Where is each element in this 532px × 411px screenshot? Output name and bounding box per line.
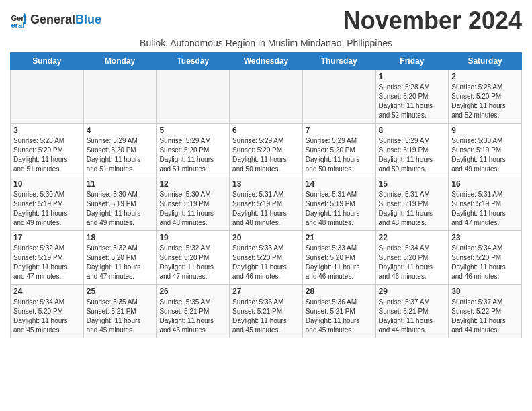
calendar-cell xyxy=(230,70,303,124)
day-info: Sunrise: 5:29 AM Sunset: 5:20 PM Dayligh… xyxy=(159,136,226,174)
day-info: Sunrise: 5:30 AM Sunset: 5:19 PM Dayligh… xyxy=(451,136,519,174)
day-info: Sunrise: 5:34 AM Sunset: 5:20 PM Dayligh… xyxy=(13,298,81,335)
calendar-cell xyxy=(11,70,84,124)
calendar-cell: 15Sunrise: 5:31 AM Sunset: 5:19 PM Dayli… xyxy=(375,177,449,231)
calendar-cell: 9Sunrise: 5:30 AM Sunset: 5:19 PM Daylig… xyxy=(449,124,522,177)
svg-text:eral: eral xyxy=(11,21,24,29)
calendar-cell: 12Sunrise: 5:30 AM Sunset: 5:19 PM Dayli… xyxy=(157,177,230,231)
day-number: 7 xyxy=(306,126,373,135)
calendar-cell xyxy=(302,70,375,124)
day-info: Sunrise: 5:30 AM Sunset: 5:19 PM Dayligh… xyxy=(159,190,226,228)
day-info: Sunrise: 5:35 AM Sunset: 5:21 PM Dayligh… xyxy=(159,298,226,335)
calendar-cell: 29Sunrise: 5:37 AM Sunset: 5:21 PM Dayli… xyxy=(375,285,449,338)
calendar-cell: 7Sunrise: 5:29 AM Sunset: 5:20 PM Daylig… xyxy=(302,124,375,177)
day-of-week-header: Saturday xyxy=(449,53,522,70)
calendar-cell: 16Sunrise: 5:31 AM Sunset: 5:19 PM Dayli… xyxy=(449,177,522,231)
day-of-week-header: Sunday xyxy=(11,53,84,70)
day-number: 20 xyxy=(232,233,300,242)
calendar-cell: 8Sunrise: 5:29 AM Sunset: 5:19 PM Daylig… xyxy=(375,124,449,177)
day-number: 26 xyxy=(159,287,226,296)
day-info: Sunrise: 5:37 AM Sunset: 5:22 PM Dayligh… xyxy=(451,298,519,335)
day-number: 11 xyxy=(87,179,154,189)
day-number: 24 xyxy=(13,287,81,296)
calendar-cell: 24Sunrise: 5:34 AM Sunset: 5:20 PM Dayli… xyxy=(11,285,84,338)
day-info: Sunrise: 5:28 AM Sunset: 5:20 PM Dayligh… xyxy=(379,83,446,120)
day-number: 22 xyxy=(379,233,446,242)
calendar-cell xyxy=(157,70,230,124)
calendar-cell: 21Sunrise: 5:33 AM Sunset: 5:20 PM Dayli… xyxy=(302,231,375,285)
calendar-cell: 28Sunrise: 5:36 AM Sunset: 5:21 PM Dayli… xyxy=(302,285,375,338)
day-number: 12 xyxy=(159,179,226,189)
day-info: Sunrise: 5:28 AM Sunset: 5:20 PM Dayligh… xyxy=(13,136,81,174)
calendar-cell: 26Sunrise: 5:35 AM Sunset: 5:21 PM Dayli… xyxy=(157,285,230,338)
day-info: Sunrise: 5:33 AM Sunset: 5:20 PM Dayligh… xyxy=(306,244,373,281)
calendar-cell: 14Sunrise: 5:31 AM Sunset: 5:19 PM Dayli… xyxy=(302,177,375,231)
calendar-cell: 2Sunrise: 5:28 AM Sunset: 5:20 PM Daylig… xyxy=(449,70,522,124)
day-info: Sunrise: 5:29 AM Sunset: 5:20 PM Dayligh… xyxy=(306,136,373,174)
day-number: 1 xyxy=(379,72,446,81)
day-info: Sunrise: 5:30 AM Sunset: 5:19 PM Dayligh… xyxy=(87,190,154,228)
logo-icon: Gen eral xyxy=(10,11,29,30)
day-info: Sunrise: 5:36 AM Sunset: 5:21 PM Dayligh… xyxy=(232,298,300,335)
day-info: Sunrise: 5:31 AM Sunset: 5:19 PM Dayligh… xyxy=(379,190,446,228)
calendar-cell: 5Sunrise: 5:29 AM Sunset: 5:20 PM Daylig… xyxy=(157,124,230,177)
calendar-cell: 22Sunrise: 5:34 AM Sunset: 5:20 PM Dayli… xyxy=(375,231,449,285)
day-info: Sunrise: 5:32 AM Sunset: 5:20 PM Dayligh… xyxy=(87,244,154,281)
calendar-cell: 30Sunrise: 5:37 AM Sunset: 5:22 PM Dayli… xyxy=(449,285,522,338)
day-info: Sunrise: 5:32 AM Sunset: 5:20 PM Dayligh… xyxy=(159,244,226,281)
day-number: 15 xyxy=(379,179,446,189)
day-info: Sunrise: 5:32 AM Sunset: 5:19 PM Dayligh… xyxy=(13,244,81,281)
day-info: Sunrise: 5:36 AM Sunset: 5:21 PM Dayligh… xyxy=(306,298,373,335)
day-number: 19 xyxy=(159,233,226,242)
day-info: Sunrise: 5:34 AM Sunset: 5:20 PM Dayligh… xyxy=(451,244,519,281)
day-info: Sunrise: 5:33 AM Sunset: 5:20 PM Dayligh… xyxy=(232,244,300,281)
day-info: Sunrise: 5:31 AM Sunset: 5:19 PM Dayligh… xyxy=(451,190,519,228)
day-of-week-header: Friday xyxy=(375,53,449,70)
page-header: Gen eral GeneralBlue November 2024 xyxy=(10,7,522,35)
day-number: 6 xyxy=(232,126,300,135)
day-info: Sunrise: 5:29 AM Sunset: 5:20 PM Dayligh… xyxy=(87,136,154,174)
calendar-cell: 1Sunrise: 5:28 AM Sunset: 5:20 PM Daylig… xyxy=(375,70,449,124)
day-number: 10 xyxy=(13,179,81,189)
calendar-cell: 25Sunrise: 5:35 AM Sunset: 5:21 PM Dayli… xyxy=(83,285,157,338)
day-number: 3 xyxy=(13,126,81,135)
location-subtitle: Buliok, Autonomous Region in Muslim Mind… xyxy=(10,38,522,48)
day-number: 29 xyxy=(379,287,446,296)
day-info: Sunrise: 5:30 AM Sunset: 5:19 PM Dayligh… xyxy=(13,190,81,228)
day-number: 13 xyxy=(232,179,300,189)
day-info: Sunrise: 5:28 AM Sunset: 5:20 PM Dayligh… xyxy=(451,83,519,120)
day-info: Sunrise: 5:31 AM Sunset: 5:19 PM Dayligh… xyxy=(306,190,373,228)
day-number: 25 xyxy=(87,287,154,296)
calendar-cell: 18Sunrise: 5:32 AM Sunset: 5:20 PM Dayli… xyxy=(83,231,157,285)
day-number: 27 xyxy=(232,287,300,296)
day-of-week-header: Tuesday xyxy=(157,53,230,70)
day-number: 28 xyxy=(306,287,373,296)
day-number: 14 xyxy=(306,179,373,189)
day-of-week-header: Thursday xyxy=(302,53,375,70)
calendar-table: SundayMondayTuesdayWednesdayThursdayFrid… xyxy=(10,52,522,338)
logo: Gen eral GeneralBlue xyxy=(10,11,101,30)
calendar-cell: 27Sunrise: 5:36 AM Sunset: 5:21 PM Dayli… xyxy=(230,285,303,338)
day-number: 8 xyxy=(379,126,446,135)
calendar-cell: 13Sunrise: 5:31 AM Sunset: 5:19 PM Dayli… xyxy=(230,177,303,231)
day-number: 5 xyxy=(159,126,226,135)
calendar-cell: 23Sunrise: 5:34 AM Sunset: 5:20 PM Dayli… xyxy=(449,231,522,285)
calendar-cell: 4Sunrise: 5:29 AM Sunset: 5:20 PM Daylig… xyxy=(83,124,157,177)
calendar-cell xyxy=(83,70,157,124)
day-number: 9 xyxy=(451,126,519,135)
month-year-title: November 2024 xyxy=(343,7,522,35)
calendar-cell: 11Sunrise: 5:30 AM Sunset: 5:19 PM Dayli… xyxy=(83,177,157,231)
day-of-week-header: Monday xyxy=(83,53,157,70)
calendar-cell: 10Sunrise: 5:30 AM Sunset: 5:19 PM Dayli… xyxy=(11,177,84,231)
day-info: Sunrise: 5:29 AM Sunset: 5:20 PM Dayligh… xyxy=(232,136,300,174)
calendar-cell: 3Sunrise: 5:28 AM Sunset: 5:20 PM Daylig… xyxy=(11,124,84,177)
calendar-cell: 6Sunrise: 5:29 AM Sunset: 5:20 PM Daylig… xyxy=(230,124,303,177)
day-number: 2 xyxy=(451,72,519,81)
logo-text: GeneralBlue xyxy=(30,13,101,27)
day-info: Sunrise: 5:34 AM Sunset: 5:20 PM Dayligh… xyxy=(379,244,446,281)
day-number: 23 xyxy=(451,233,519,242)
day-number: 30 xyxy=(451,287,519,296)
day-info: Sunrise: 5:37 AM Sunset: 5:21 PM Dayligh… xyxy=(379,298,446,335)
day-number: 4 xyxy=(87,126,154,135)
day-number: 21 xyxy=(306,233,373,242)
